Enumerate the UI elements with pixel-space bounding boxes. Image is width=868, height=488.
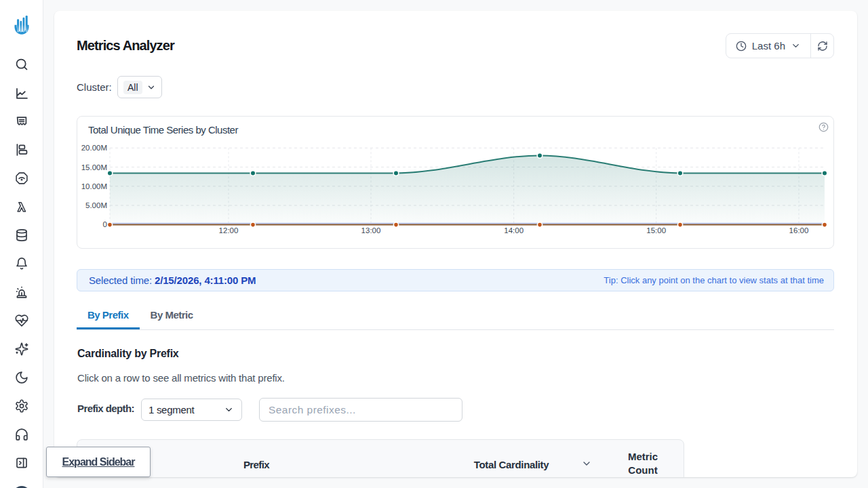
svg-text:12:00: 12:00 [219,226,239,235]
svg-text:14:00: 14:00 [504,226,524,235]
svg-text:20.00M: 20.00M [81,144,107,152]
svg-text:10.00M: 10.00M [81,182,107,190]
svg-text:0: 0 [103,220,107,228]
svg-text:13:00: 13:00 [361,226,381,235]
svg-text:5.00M: 5.00M [85,201,107,209]
svg-text:15.00M: 15.00M [81,163,107,171]
svg-text:16:00: 16:00 [789,226,809,235]
svg-text:15:00: 15:00 [646,226,666,235]
